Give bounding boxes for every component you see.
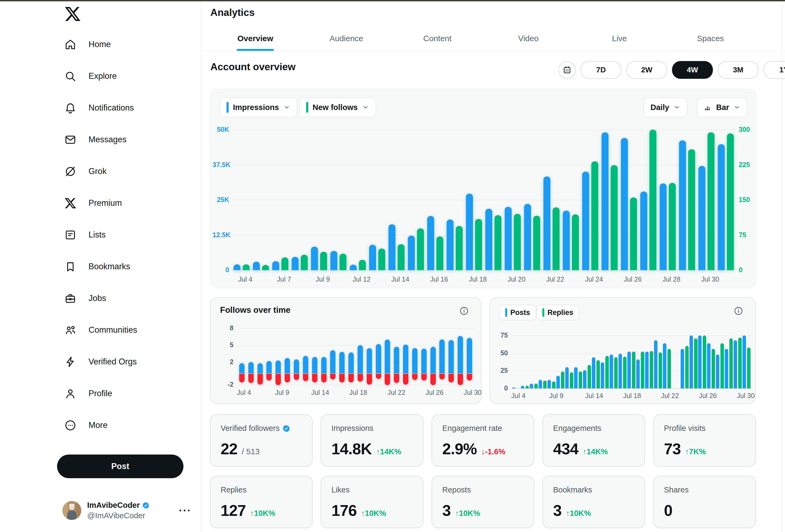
- posts-bar[interactable]: [610, 354, 613, 388]
- posts-bar[interactable]: [689, 335, 693, 388]
- replies-bar[interactable]: [597, 360, 600, 388]
- new-follows-bar[interactable]: [359, 260, 366, 270]
- new-follows-bar[interactable]: [436, 236, 444, 270]
- follows-lost-bar[interactable]: [367, 374, 372, 385]
- posts-bar[interactable]: [538, 380, 542, 388]
- info-icon[interactable]: [459, 306, 469, 316]
- range-1y[interactable]: 1Y: [763, 61, 785, 79]
- impressions-bar[interactable]: [582, 172, 589, 270]
- follows-gained-bar[interactable]: [449, 340, 454, 373]
- follows-gained-bar[interactable]: [376, 344, 381, 373]
- follows-gained-bar[interactable]: [312, 357, 318, 373]
- follows-lost-bar[interactable]: [312, 374, 318, 382]
- sidebar-item-explore[interactable]: Explore: [64, 67, 191, 85]
- posts-bar[interactable]: [574, 367, 578, 388]
- info-icon[interactable]: [733, 306, 743, 316]
- sidebar-item-messages[interactable]: Messages: [64, 130, 191, 149]
- follows-gained-bar[interactable]: [458, 336, 463, 373]
- sidebar-item-home[interactable]: Home: [64, 35, 191, 54]
- follows-lost-bar[interactable]: [248, 374, 254, 383]
- follows-lost-bar[interactable]: [439, 374, 445, 380]
- follows-gained-bar[interactable]: [303, 356, 308, 373]
- follows-lost-bar[interactable]: [239, 374, 245, 382]
- metric2-dropdown[interactable]: New follows: [299, 97, 376, 117]
- impressions-bar[interactable]: [253, 262, 260, 270]
- sidebar-item-bookmarks[interactable]: Bookmarks: [64, 257, 191, 276]
- replies-bar[interactable]: [685, 346, 689, 388]
- impressions-bar[interactable]: [466, 194, 473, 270]
- new-follows-bar[interactable]: [650, 130, 656, 270]
- range-2w[interactable]: 2W: [626, 61, 667, 79]
- posts-bar[interactable]: [583, 370, 586, 388]
- follows-gained-bar[interactable]: [239, 363, 245, 373]
- posts-bar[interactable]: [742, 335, 746, 388]
- posts-bar[interactable]: [681, 349, 684, 388]
- impressions-bar[interactable]: [602, 132, 609, 270]
- range-7d[interactable]: 7D: [581, 61, 622, 79]
- follows-lost-bar[interactable]: [285, 374, 290, 382]
- posts-bar[interactable]: [725, 349, 728, 388]
- follows-gained-bar[interactable]: [294, 359, 299, 374]
- follows-lost-bar[interactable]: [449, 374, 454, 382]
- follows-gained-bar[interactable]: [394, 347, 399, 373]
- sidebar-item-notifications[interactable]: Notifications: [64, 98, 191, 117]
- new-follows-bar[interactable]: [417, 228, 424, 270]
- range-3m[interactable]: 3M: [718, 61, 759, 79]
- follows-gained-bar[interactable]: [357, 345, 363, 373]
- sidebar-item-more[interactable]: More: [64, 416, 191, 435]
- tab-audience[interactable]: Audience: [301, 26, 392, 51]
- replies-bar[interactable]: [570, 372, 573, 388]
- follows-lost-bar[interactable]: [394, 374, 399, 383]
- follows-gained-bar[interactable]: [421, 349, 427, 373]
- posts-bar[interactable]: [592, 357, 596, 388]
- tab-spaces[interactable]: Spaces: [665, 26, 756, 51]
- impressions-bar[interactable]: [505, 207, 512, 270]
- replies-bar[interactable]: [729, 338, 733, 388]
- impressions-bar[interactable]: [233, 264, 240, 270]
- follows-lost-bar[interactable]: [339, 374, 345, 382]
- new-follows-bar[interactable]: [262, 265, 269, 270]
- sidebar-item-verified-orgs[interactable]: Verified Orgs: [64, 352, 191, 371]
- follows-lost-bar[interactable]: [458, 374, 463, 385]
- follows-gained-bar[interactable]: [285, 358, 290, 373]
- new-follows-bar[interactable]: [630, 197, 637, 270]
- follows-lost-bar[interactable]: [294, 374, 299, 380]
- sidebar-item-profile[interactable]: Profile: [64, 384, 191, 403]
- metric1-dropdown[interactable]: Impressions: [220, 97, 297, 117]
- sidebar-item-grok[interactable]: Grok: [64, 162, 191, 181]
- replies-bar[interactable]: [659, 352, 662, 388]
- posts-bar[interactable]: [618, 354, 622, 388]
- impressions-bar[interactable]: [485, 209, 492, 270]
- interval-dropdown[interactable]: Daily: [643, 97, 687, 117]
- new-follows-bar[interactable]: [572, 214, 579, 270]
- follows-gained-bar[interactable]: [367, 348, 372, 374]
- new-follows-bar[interactable]: [591, 161, 598, 270]
- replies-bar[interactable]: [694, 338, 698, 388]
- replies-bar[interactable]: [632, 352, 635, 388]
- follows-gained-bar[interactable]: [276, 360, 281, 373]
- follows-gained-bar[interactable]: [321, 357, 327, 373]
- follows-lost-bar[interactable]: [330, 374, 335, 380]
- follows-gained-bar[interactable]: [430, 347, 436, 373]
- posts-bar[interactable]: [654, 340, 657, 388]
- new-follows-bar[interactable]: [553, 207, 560, 270]
- replies-bar[interactable]: [712, 349, 715, 388]
- posts-bar[interactable]: [645, 352, 649, 388]
- impressions-bar[interactable]: [524, 204, 531, 270]
- follows-gained-bar[interactable]: [339, 352, 345, 373]
- new-follows-bar[interactable]: [339, 254, 347, 270]
- replies-bar[interactable]: [561, 372, 564, 388]
- follows-gained-bar[interactable]: [467, 338, 472, 373]
- replies-bar[interactable]: [641, 352, 644, 388]
- x-logo-icon[interactable]: [64, 5, 81, 23]
- posts-bar[interactable]: [636, 359, 640, 388]
- impressions-bar[interactable]: [563, 210, 570, 270]
- replies-bar[interactable]: [738, 337, 742, 388]
- sidebar-item-lists[interactable]: Lists: [64, 225, 191, 244]
- impressions-bar[interactable]: [311, 247, 318, 270]
- new-follows-bar[interactable]: [475, 219, 482, 270]
- replies-legend-chip[interactable]: Replies: [536, 305, 579, 320]
- posts-legend-chip[interactable]: Posts: [499, 305, 536, 320]
- follows-lost-bar[interactable]: [403, 374, 408, 385]
- new-follows-bar[interactable]: [708, 132, 714, 270]
